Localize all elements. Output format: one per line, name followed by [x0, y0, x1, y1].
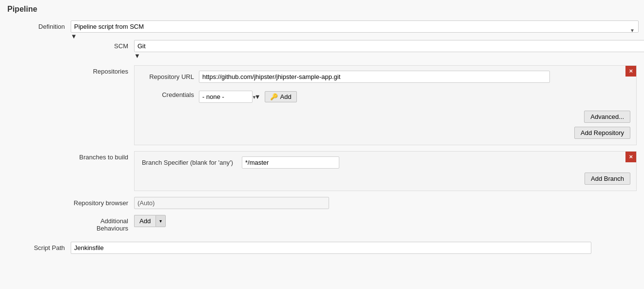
- additional-behaviours-control: Add ▾: [134, 215, 637, 227]
- script-path-row: Script Path: [7, 242, 637, 254]
- add-credentials-button[interactable]: 🔑 Add: [265, 91, 297, 102]
- script-path-input[interactable]: [71, 242, 591, 254]
- credentials-controls: - none - ▼ 🔑 Add: [199, 91, 297, 103]
- add-repository-button[interactable]: Add Repository: [574, 127, 630, 139]
- credentials-select-arrow: ▼: [254, 93, 261, 100]
- credentials-label: Credentials: [140, 91, 199, 98]
- add-credentials-label: Add: [280, 93, 292, 100]
- scm-select-wrapper: Git None Subversion ▼: [134, 40, 644, 59]
- key-icon: 🔑: [270, 93, 278, 100]
- branches-close-button[interactable]: ×: [625, 152, 636, 162]
- repo-browser-input[interactable]: [134, 197, 329, 209]
- repo-url-label: Repository URL: [140, 73, 199, 80]
- add-behaviour-button[interactable]: Add: [134, 215, 156, 227]
- scm-label: SCM: [71, 40, 134, 50]
- branches-content: × Branch Specifier (blank for 'any') Add…: [134, 151, 637, 191]
- add-behaviour-dropdown-arrow[interactable]: ▾: [156, 215, 166, 227]
- repo-url-input[interactable]: [199, 71, 550, 83]
- repo-url-row: Repository URL: [140, 71, 630, 83]
- branches-box: × Branch Specifier (blank for 'any') Add…: [134, 151, 637, 191]
- definition-select-wrapper: Pipeline script from SCM Pipeline script…: [71, 20, 639, 40]
- branch-specifier-label: Branch Specifier (blank for 'any'): [140, 159, 238, 166]
- branches-row: Branches to build × Branch Specifier (bl…: [71, 151, 637, 191]
- additional-behaviours-row: Additional Behaviours Add ▾: [71, 215, 637, 232]
- page-title: Pipeline: [7, 5, 637, 14]
- credentials-select-wrapper: - none - ▼: [199, 91, 261, 103]
- repositories-content: × Repository URL Credentials - none - ▼: [134, 65, 637, 145]
- branch-specifier-input[interactable]: [242, 156, 339, 169]
- add-branch-button[interactable]: Add Branch: [585, 173, 630, 185]
- repo-browser-control: [134, 197, 637, 209]
- repositories-row: Repositories × Repository URL Credential…: [71, 65, 637, 145]
- scm-select-arrow: ▼: [134, 52, 140, 59]
- credentials-select[interactable]: - none -: [199, 91, 253, 103]
- branches-label: Branches to build: [71, 151, 134, 161]
- definition-label: Definition: [7, 20, 71, 30]
- scm-row: SCM Git None Subversion ▼: [71, 40, 637, 59]
- definition-row: Definition Pipeline script from SCM Pipe…: [7, 20, 637, 40]
- repo-browser-row: Repository browser: [71, 197, 637, 209]
- branch-specifier-row: Branch Specifier (blank for 'any'): [140, 156, 630, 169]
- repositories-close-button[interactable]: ×: [625, 66, 636, 77]
- definition-control: Pipeline script from SCM Pipeline script…: [71, 20, 639, 40]
- definition-select-arrow: ▼: [71, 33, 77, 40]
- scm-select[interactable]: Git None Subversion: [134, 40, 644, 52]
- add-dropdown: Add ▾: [134, 215, 637, 227]
- script-path-control: [71, 242, 637, 254]
- advanced-button[interactable]: Advanced...: [584, 111, 630, 123]
- repositories-box: × Repository URL Credentials - none - ▼: [134, 65, 637, 145]
- definition-select[interactable]: Pipeline script from SCM Pipeline script: [71, 20, 639, 33]
- script-path-label: Script Path: [7, 242, 71, 251]
- scm-control: Git None Subversion ▼: [134, 40, 644, 59]
- repositories-label: Repositories: [71, 65, 134, 75]
- additional-behaviours-label: Additional Behaviours: [71, 215, 134, 232]
- repo-browser-label: Repository browser: [71, 197, 134, 207]
- credentials-row: Credentials - none - ▼ 🔑 Add: [140, 87, 630, 103]
